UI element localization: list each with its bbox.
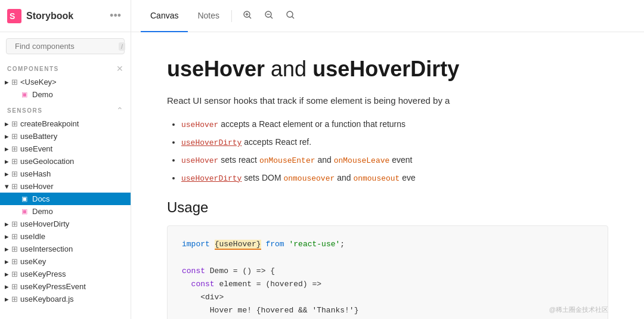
sidebar-item-usehover-docs[interactable]: ▣ Docs bbox=[0, 193, 131, 205]
inline-code-orange: onMouseEnter bbox=[259, 156, 315, 165]
list-item-text: sets react bbox=[221, 155, 259, 165]
title-bold2: useHoverDirty bbox=[312, 57, 459, 81]
grid-icon: ⊞ bbox=[11, 257, 18, 266]
inline-code-orange: onMouseLeave bbox=[334, 156, 390, 165]
grid-icon: ⊞ bbox=[11, 157, 18, 166]
list-item: useHover sets react onMouseEnter and onM… bbox=[181, 153, 608, 168]
sidebar-item-label: useGeolocation bbox=[20, 157, 74, 166]
sidebar-item-label: useEvent bbox=[20, 144, 52, 153]
sensors-section-title: SENSORS bbox=[7, 107, 42, 114]
storybook-logo-icon: S bbox=[7, 9, 21, 23]
svg-line-9 bbox=[271, 17, 273, 19]
sidebar-item-usekeyboard[interactable]: ▸ ⊞ useKeyboard.js bbox=[0, 293, 131, 305]
sidebar-item-usekeydemo[interactable]: ▣ Demo bbox=[0, 88, 131, 101]
expand-arrow-icon: ▸ bbox=[5, 270, 9, 278]
sidebar-item-usekeypress[interactable]: ▸ ⊞ useKeyPress bbox=[0, 268, 131, 280]
list-item: useHoverDirty accepts React ref. bbox=[181, 135, 608, 150]
svg-line-12 bbox=[292, 17, 295, 19]
expand-arrow-icon: ▸ bbox=[5, 78, 9, 86]
list-item-text: accepts React ref. bbox=[244, 137, 311, 147]
sidebar-item-usekey[interactable]: ▸ ⊞ useKey bbox=[0, 255, 131, 268]
grid-icon: ⊞ bbox=[11, 282, 18, 291]
code-block: import {useHover} from 'react-use'; cons… bbox=[167, 225, 608, 319]
sidebar-item-usegeolocation[interactable]: ▸ ⊞ useGeolocation bbox=[0, 155, 131, 168]
sidebar-item-label: useBattery bbox=[20, 132, 57, 141]
components-section-header: COMPONENTS ✕ bbox=[0, 59, 131, 76]
expand-arrow-icon: ▸ bbox=[5, 144, 9, 153]
sidebar-item-useidle[interactable]: ▸ ⊞ useIdle bbox=[0, 230, 131, 243]
sidebar-item-label: useHover bbox=[20, 182, 54, 191]
svg-text:S: S bbox=[10, 11, 15, 21]
sidebar-item-label: useKeyPress bbox=[20, 270, 66, 278]
app-name: Storybook bbox=[26, 11, 73, 21]
sidebar-item-label: useHoverDirty bbox=[20, 219, 69, 228]
main-content: useHover and useHoverDirty React UI sens… bbox=[131, 32, 644, 319]
sidebar-item-useintersection[interactable]: ▸ ⊞ useIntersection bbox=[0, 243, 131, 255]
sensors-section-collapse[interactable]: ⌃ bbox=[116, 106, 123, 115]
grid-icon: ⊞ bbox=[11, 119, 18, 128]
components-section-close[interactable]: ✕ bbox=[116, 64, 123, 73]
grid-icon: ⊞ bbox=[11, 78, 18, 86]
tabs-bar: Canvas Notes bbox=[131, 0, 644, 32]
toolbar-icons bbox=[239, 7, 299, 25]
inline-code-underline: useHoverDirty bbox=[181, 174, 242, 183]
sidebar-item-label: <UseKey> bbox=[20, 78, 57, 86]
tab-canvas[interactable]: Canvas bbox=[141, 0, 188, 32]
sidebar-item-label: Docs bbox=[32, 194, 50, 203]
zoom-out-icon bbox=[264, 10, 274, 20]
sidebar-item-usekeypressevent[interactable]: ▸ ⊞ useKeyPressEvent bbox=[0, 280, 131, 293]
expand-arrow-icon: ▾ bbox=[5, 182, 9, 191]
search-bar[interactable]: / bbox=[6, 38, 125, 54]
search-shortcut: / bbox=[119, 42, 125, 51]
sidebar-item-label: useKey bbox=[20, 257, 46, 266]
grid-icon: ⊞ bbox=[11, 270, 18, 278]
usage-heading: Usage bbox=[167, 199, 608, 216]
sidebar-header: S Storybook ••• bbox=[0, 0, 131, 32]
sidebar: S Storybook ••• / COMPONENTS ✕ ▸ ⊞ bbox=[0, 0, 131, 319]
components-section-title: COMPONENTS bbox=[7, 66, 59, 72]
page-title: useHover and useHoverDirty bbox=[167, 56, 608, 82]
list-item-text: sets DOM bbox=[244, 173, 283, 182]
sidebar-item-usehoverdirty[interactable]: ▸ ⊞ useHoverDirty bbox=[0, 218, 131, 230]
expand-arrow-icon: ▸ bbox=[5, 157, 9, 166]
docs-icon: ▣ bbox=[21, 195, 30, 203]
expand-arrow-icon: ▸ bbox=[5, 219, 9, 228]
inline-code-underline: useHoverDirty bbox=[181, 138, 242, 147]
list-item: useHoverDirty sets DOM onmouseover and o… bbox=[181, 171, 608, 185]
content-area: Canvas Notes bbox=[131, 0, 644, 319]
sidebar-item-usehover-demo[interactable]: ▣ Demo bbox=[0, 205, 131, 218]
zoom-out-button[interactable] bbox=[261, 7, 277, 25]
grid-icon: ⊞ bbox=[11, 295, 18, 303]
title-normal: and bbox=[265, 57, 312, 81]
reset-zoom-button[interactable] bbox=[282, 7, 299, 25]
story-icon: ▣ bbox=[21, 207, 30, 215]
sidebar-item-usebattery[interactable]: ▸ ⊞ useBattery bbox=[0, 130, 131, 143]
list-item-text: eve bbox=[402, 173, 416, 182]
tab-notes[interactable]: Notes bbox=[188, 0, 229, 32]
sidebar-item-label: useIdle bbox=[20, 232, 45, 241]
sidebar-item-label: useKeyboard.js bbox=[20, 295, 74, 303]
sidebar-item-useevent[interactable]: ▸ ⊞ useEvent bbox=[0, 143, 131, 155]
svg-line-5 bbox=[249, 17, 252, 19]
list-item: useHover accepts a React element or a fu… bbox=[181, 117, 608, 132]
list-item-text: and bbox=[317, 155, 333, 165]
sidebar-item-createbreakpoint[interactable]: ▸ ⊞ createBreakpoint bbox=[0, 117, 131, 130]
menu-button[interactable]: ••• bbox=[107, 7, 123, 24]
zoom-in-icon bbox=[243, 10, 252, 20]
inline-code-orange: onmouseout bbox=[353, 174, 400, 183]
search-input[interactable] bbox=[15, 42, 115, 51]
sidebar-item-label: Demo bbox=[32, 90, 53, 99]
sidebar-item-label: useKeyPressEvent bbox=[20, 282, 86, 291]
inline-code: useHover bbox=[181, 156, 218, 165]
sidebar-item-usekeygroup[interactable]: ▸ ⊞ <UseKey> bbox=[0, 76, 131, 88]
sidebar-item-usehover[interactable]: ▾ ⊞ useHover bbox=[0, 180, 131, 193]
expand-arrow-icon: ▸ bbox=[5, 169, 9, 178]
sidebar-item-label: useHash bbox=[20, 169, 51, 178]
expand-arrow-icon: ▸ bbox=[5, 232, 9, 241]
sidebar-content: COMPONENTS ✕ ▸ ⊞ <UseKey> ▣ Demo SENSORS… bbox=[0, 59, 131, 319]
reset-zoom-icon bbox=[286, 10, 295, 20]
expand-arrow-icon: ▸ bbox=[5, 257, 9, 266]
sidebar-item-usehash[interactable]: ▸ ⊞ useHash bbox=[0, 168, 131, 180]
zoom-in-button[interactable] bbox=[239, 7, 256, 25]
sidebar-item-label: useIntersection bbox=[20, 244, 73, 253]
